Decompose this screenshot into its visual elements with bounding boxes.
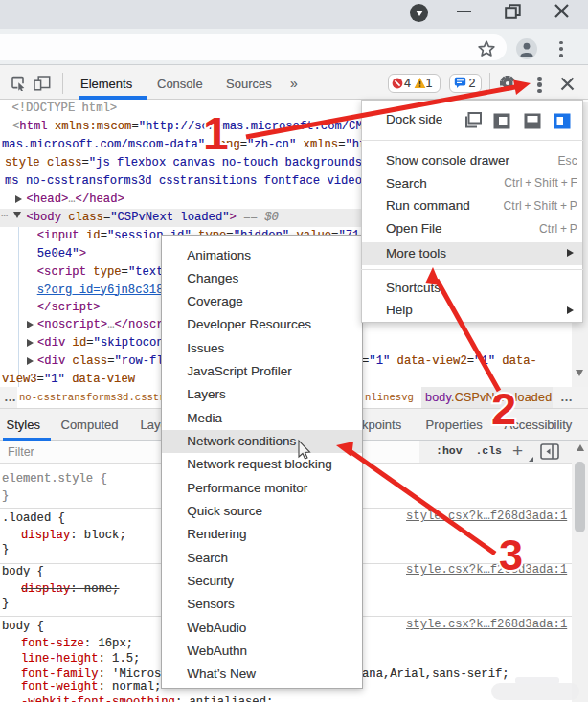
svg-text:2: 2 [491, 383, 516, 434]
svg-text:3: 3 [499, 531, 523, 579]
svg-text:1: 1 [203, 108, 229, 159]
